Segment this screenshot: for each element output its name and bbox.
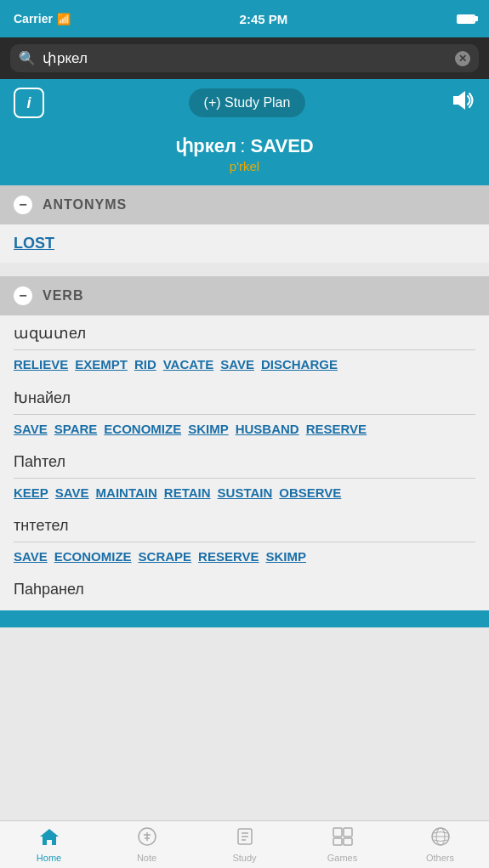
others-icon [431, 827, 450, 851]
synonym-spare[interactable]: SPARE [54, 422, 98, 436]
verb-title: VERB [43, 288, 83, 304]
armenian-pahpanel: Пahpанел [14, 581, 475, 610]
note-icon [138, 827, 156, 851]
verb-section-header: − VERB [0, 276, 489, 315]
synonyms-pahtel: KEEP SAVE MAINTAIN RETAIN SUSTAIN OBSERV… [14, 479, 475, 508]
status-icons [457, 14, 475, 24]
antonyms-collapse-button[interactable]: − [14, 196, 32, 214]
synonym-sustain[interactable]: SUSTAIN [218, 485, 273, 500]
carrier-label: Carrier 📶 [14, 12, 71, 26]
tab-note[interactable]: Note [98, 821, 196, 868]
battery-icon [457, 14, 475, 24]
synonym-retain[interactable]: RETAIN [164, 485, 211, 500]
study-label: Study [232, 853, 256, 863]
word-title-line: փркел : SAVED [14, 135, 475, 157]
info-button[interactable]: i [14, 88, 44, 118]
search-input-wrap[interactable]: 🔍 փркел ✕ [10, 44, 479, 72]
synonym-discharge[interactable]: DISCHARGE [261, 357, 338, 372]
games-icon [333, 827, 353, 851]
armenian-word-title: փркел [175, 135, 236, 156]
synonym-observe[interactable]: OBSERVE [279, 485, 341, 500]
synonym-economize1[interactable]: ECONOMIZE [104, 422, 181, 436]
others-label: Others [426, 853, 454, 863]
synonym-rid[interactable]: RID [134, 357, 156, 372]
armenian-xnayel: Խнайел [14, 389, 475, 415]
synonym-keep[interactable]: KEEP [14, 485, 48, 500]
tab-others[interactable]: Others [391, 821, 489, 868]
word-transliteration: p'rkel [14, 159, 475, 173]
synonym-relieve[interactable]: RELIEVE [14, 357, 68, 372]
synonym-maintain[interactable]: MAINTAIN [96, 485, 157, 500]
svg-rect-10 [333, 828, 342, 837]
synonym-economize2[interactable]: ECONOMIZE [54, 549, 132, 564]
note-label: Note [137, 853, 156, 863]
search-bar: 🔍 փркел ✕ [0, 37, 489, 79]
separator: : [240, 135, 250, 156]
synonyms-tntetel: SAVE ECONOMIZE SCRAPE RESERVE SKIMP [14, 542, 475, 572]
search-clear-button[interactable]: ✕ [455, 51, 470, 66]
word-group-pahpanel: Пahpанел [0, 572, 489, 610]
synonym-reserve1[interactable]: RESERVE [306, 422, 367, 436]
synonym-save1[interactable]: SAVE [220, 357, 254, 372]
synonym-save2[interactable]: SAVE [14, 422, 48, 436]
antonym-lost[interactable]: LOST [0, 224, 489, 263]
tab-bar: Home Note Study [0, 820, 489, 868]
bottom-blue-strip [0, 610, 489, 627]
tab-games[interactable]: Games [293, 821, 391, 868]
tab-home[interactable]: Home [0, 821, 98, 868]
games-label: Games [327, 853, 357, 863]
svg-marker-0 [453, 91, 465, 110]
word-group-tntetel: тнтeтел SAVE ECONOMIZE SCRAPE RESERVE SK… [0, 508, 489, 572]
home-icon [39, 827, 60, 851]
verb-collapse-button[interactable]: − [14, 286, 32, 305]
synonym-skimp2[interactable]: SKIMP [266, 549, 307, 564]
armenian-tntetel: тнтeтел [14, 517, 475, 542]
synonym-save3[interactable]: SAVE [55, 485, 89, 500]
synonym-vacate[interactable]: VACATE [163, 357, 213, 372]
antonyms-section-header: − ANTONYMS [0, 185, 489, 224]
synonym-scrape[interactable]: SCRAPE [139, 549, 192, 564]
content-area: − ANTONYMS LOST − VERB ազատел RELIEVE EX… [0, 185, 489, 810]
svg-rect-11 [344, 828, 352, 837]
english-word-title: SAVED [251, 135, 314, 156]
home-label: Home [37, 853, 61, 863]
armenian-pahtel: Паhтел [14, 453, 475, 479]
word-group-pahtel: Паhтел KEEP SAVE MAINTAIN RETAIN SUSTAIN… [0, 445, 489, 508]
search-icon: 🔍 [19, 50, 36, 66]
svg-rect-12 [333, 838, 342, 845]
word-group-azatel: ազատел RELIEVE EXEMPT RID VACATE SAVE DI… [0, 315, 489, 380]
search-input[interactable]: փркел [43, 49, 448, 67]
toolbar: i (+) Study Plan [0, 79, 489, 127]
sound-button[interactable] [450, 89, 475, 117]
svg-marker-1 [40, 829, 59, 845]
synonym-save4[interactable]: SAVE [14, 549, 48, 564]
synonyms-xnayel: SAVE SPARE ECONOMIZE SKIMP HUSBAND RESER… [14, 415, 475, 445]
svg-rect-13 [344, 838, 352, 845]
antonyms-title: ANTONYMS [43, 197, 127, 213]
word-group-xnayel: Խнайел SAVE SPARE ECONOMIZE SKIMP HUSBAN… [0, 380, 489, 445]
synonym-skimp1[interactable]: SKIMP [188, 422, 229, 436]
spacer [0, 263, 489, 273]
tab-study[interactable]: Study [196, 821, 293, 868]
wifi-icon: 📶 [57, 13, 71, 26]
synonym-husband[interactable]: HUSBAND [236, 422, 299, 436]
word-header: փркел : SAVED p'rkel [0, 127, 489, 185]
synonym-reserve2[interactable]: RESERVE [198, 549, 259, 564]
status-bar: Carrier 📶 2:45 PM [0, 0, 489, 37]
status-time: 2:45 PM [240, 12, 288, 26]
synonyms-azatel: RELIEVE EXEMPT RID VACATE SAVE DISCHARGE [14, 350, 475, 380]
synonym-exempt[interactable]: EXEMPT [75, 357, 128, 372]
study-icon [236, 827, 254, 851]
armenian-azatel: ազատел [14, 324, 475, 350]
study-plan-button[interactable]: (+) Study Plan [189, 88, 306, 117]
